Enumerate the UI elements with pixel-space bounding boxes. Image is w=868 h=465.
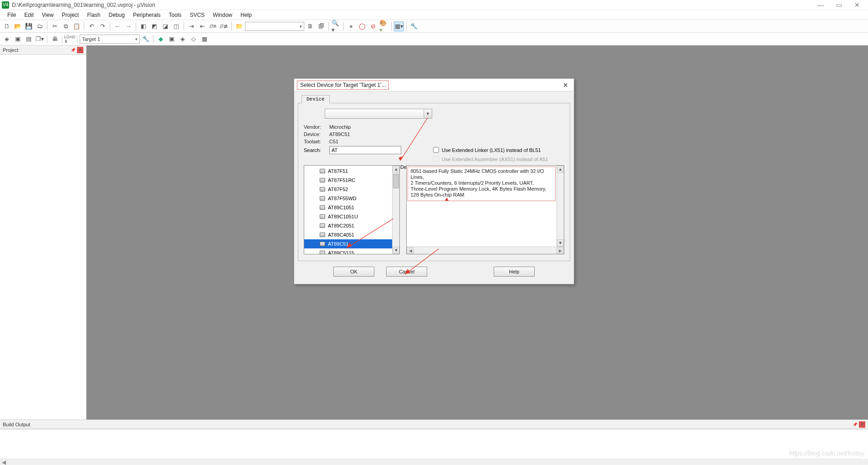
help-button[interactable]: Help [494,267,535,277]
device-list-item[interactable]: AT89C1051U [304,212,392,221]
window-layout-icon[interactable]: ▦▾ [394,21,404,31]
open-file-icon[interactable]: 📂 [13,21,23,31]
scroll-right-icon[interactable]: ▶ [557,247,564,254]
device-list-item[interactable]: AT89C1051 [304,203,392,212]
pin-icon[interactable]: 📌 [852,421,858,428]
save-icon[interactable]: 💾 [24,21,34,31]
redo-icon[interactable]: ↷ [97,21,107,31]
tab-device[interactable]: Device [301,95,330,103]
menu-file[interactable]: File [4,11,20,19]
find-combo[interactable]: ▾ [245,22,304,31]
search-label: Search: [304,147,326,153]
incremental-find-icon[interactable]: 🗐 [316,21,326,31]
extended-linker-checkbox[interactable] [433,147,439,153]
target-options-icon[interactable]: 🔧 [141,34,151,44]
scroll-up-icon[interactable]: ▲ [557,166,564,173]
build-output-hscroll[interactable]: ◀ ▶ [0,459,868,465]
undo-icon[interactable]: ↶ [87,21,97,31]
menu-view[interactable]: View [38,11,57,19]
extended-linker-checkbox-row: Use Extended Linker (LX51) instead of BL… [433,147,541,153]
menu-debug[interactable]: Debug [105,11,128,19]
rebuild-icon[interactable]: ▤ [24,34,34,44]
menu-svcs[interactable]: SVCS [186,11,209,19]
menu-help[interactable]: Help [237,11,255,19]
breakpoint-kill-icon[interactable]: 🎨▾ [379,21,389,31]
pack-installer-icon[interactable]: ◇ [189,34,199,44]
indent-icon[interactable]: ⇥ [186,21,196,31]
bookmark-clear-icon[interactable]: ◫ [171,21,181,31]
device-list-item[interactable]: AT87F55WD [304,194,392,203]
stop-build-icon[interactable]: 🖶 [50,34,60,44]
menu-window[interactable]: Window [209,11,236,19]
dialog-close-icon[interactable]: ✕ [560,81,571,90]
cancel-button[interactable]: Cancel [386,267,427,277]
panel-close-icon[interactable]: ✕ [77,47,83,53]
translate-icon[interactable]: ◈ [2,34,12,44]
pin-icon[interactable]: 📌 [70,47,76,53]
select-packs-icon[interactable]: ◈ [178,34,188,44]
build-icon[interactable]: ▣ [13,34,23,44]
dialog-titlebar[interactable]: Select Device for Target 'Target 1'... ✕ [294,79,574,91]
device-list-item[interactable]: AT87F51RC [304,176,392,185]
uncomment-icon[interactable]: //≢ [219,21,229,31]
menu-peripherals[interactable]: Peripherals [129,11,164,19]
project-panel-title: Project [3,47,18,53]
device-list-item[interactable]: AT87F51 [304,167,392,176]
minimize-button[interactable]: — [812,0,830,10]
comment-icon[interactable]: //≡ [208,21,218,31]
scroll-down-icon[interactable]: ▼ [557,239,564,247]
nav-forward-icon[interactable]: → [123,21,133,31]
debug-icon[interactable]: 🔍▾ [331,21,341,31]
device-list-item[interactable]: AT89C2051 [304,221,392,230]
manage-rte-icon[interactable]: ◆ [156,34,166,44]
find-icon[interactable]: 🗎 [305,21,315,31]
find-in-files-icon[interactable]: 📁 [234,21,244,31]
nav-back-icon[interactable]: ← [112,21,123,31]
search-input[interactable] [329,146,401,154]
separator [391,22,392,30]
bookmark-next-icon[interactable]: ◪ [160,21,170,31]
manage-components-icon[interactable]: ▣ [167,34,177,44]
bookmark-toggle-icon[interactable]: ◧ [138,21,148,31]
breakpoint-disable-icon[interactable]: ⊘ [368,21,378,31]
batch-build-icon[interactable]: ❐▾ [35,34,45,44]
maximize-button[interactable]: ▭ [830,0,848,10]
bookmark-prev-icon[interactable]: ◩ [149,21,159,31]
menu-project[interactable]: Project [58,11,82,19]
device-value: AT89C51 [329,131,402,137]
menu-tools[interactable]: Tools [165,11,185,19]
new-file-icon[interactable]: 🗋 [2,21,12,31]
device-list-item[interactable]: AT89C51 [304,239,392,248]
scroll-left-icon[interactable]: ◀ [0,459,7,465]
cpu-database-dropdown[interactable]: ▼ [325,109,432,119]
menu-edit[interactable]: Edit [20,11,37,19]
panel-close-icon[interactable]: ✕ [859,421,865,428]
ok-button[interactable]: OK [333,267,374,277]
target-selector[interactable]: Target 1 ▾ [80,35,140,44]
device-list-item[interactable]: AT89C5115 [304,248,392,254]
vendor-label: Vendor: [304,124,329,130]
breakpoint-insert-icon[interactable]: ● [346,21,356,31]
download-icon[interactable]: LOAD⬇ [65,34,75,44]
device-list-item[interactable]: AT89C4051 [304,230,392,239]
outdent-icon[interactable]: ⇤ [197,21,207,31]
breakpoint-enable-icon[interactable]: ◯ [357,21,367,31]
device-item-label: AT89C1051U [328,214,358,219]
chip-icon [320,251,325,254]
description-hscroll[interactable]: ◀ ▶ [407,247,564,254]
cut-icon[interactable]: ✂ [50,21,60,31]
device-list-item[interactable]: AT87F52 [304,185,392,194]
scroll-left-icon[interactable]: ◀ [407,247,414,254]
device-list-scrollbar[interactable]: ▲ ▼ [392,166,399,254]
menu-flash[interactable]: Flash [83,11,104,19]
description-vscroll[interactable]: ▲ ▼ [557,166,564,247]
device-item-label: AT87F51 [328,168,348,174]
scroll-down-icon[interactable]: ▼ [393,247,399,254]
copy-icon[interactable]: ⧉ [61,21,71,31]
close-button[interactable]: ✕ [848,0,866,10]
configure-icon[interactable]: 🔧 [409,21,419,31]
save-all-icon[interactable]: 🗂 [35,21,45,31]
scroll-up-icon[interactable]: ▲ [393,166,399,173]
books-icon[interactable]: ▦ [199,34,209,44]
paste-icon[interactable]: 📋 [71,21,82,31]
